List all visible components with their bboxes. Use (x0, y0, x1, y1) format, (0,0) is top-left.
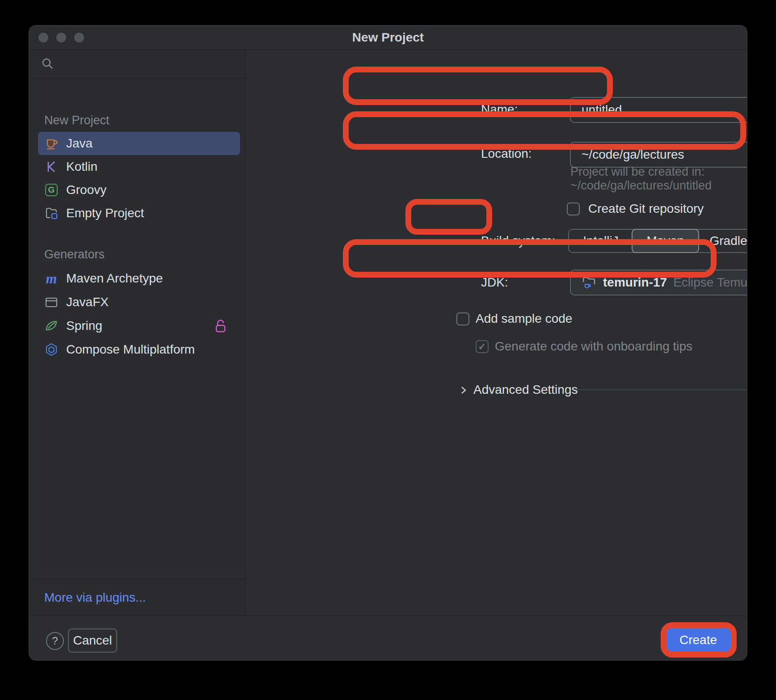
advanced-settings-divider (577, 389, 747, 390)
search-field[interactable] (29, 50, 245, 79)
sidebar-item-java[interactable]: Java (38, 132, 240, 155)
screenshot-canvas: New Project New Project (0, 0, 776, 700)
build-system-option-gradle[interactable]: Gradle (698, 230, 747, 252)
zoom-window-button[interactable] (74, 33, 84, 42)
build-system-option-maven[interactable]: Maven (632, 229, 699, 253)
advanced-settings-label[interactable]: Advanced Settings (473, 382, 578, 398)
jdk-select[interactable]: temurin-17 Eclipse Temurin 17.0.12 - aar… (570, 270, 747, 295)
groovy-icon: G (44, 183, 59, 197)
location-helper-text: Project will be created in: ~/code/ga/le… (570, 171, 747, 186)
section-header-generators: Generators (44, 246, 105, 262)
window-title: New Project (352, 30, 424, 45)
close-window-button[interactable] (38, 33, 48, 42)
more-via-plugins-link[interactable]: More via plugins... (44, 590, 146, 605)
section-header-new-project: New Project (44, 112, 110, 128)
sidebar-item-spring[interactable]: Spring (38, 314, 240, 337)
new-project-dialog: New Project New Project (29, 25, 747, 661)
spring-leaf-icon (44, 319, 59, 333)
sidebar-item-label: Groovy (66, 183, 106, 197)
sidebar-item-label: Maven Archetype (66, 271, 163, 286)
location-label: Location: (481, 146, 532, 162)
java-icon (44, 136, 59, 151)
git-checkbox-label: Create Git repository (588, 201, 704, 216)
hexagon-icon (44, 342, 59, 357)
jdk-value: temurin-17 (603, 275, 667, 290)
create-button[interactable]: Create (666, 628, 731, 653)
sidebar: New Project Java Kotlin (29, 50, 245, 616)
sidebar-item-label: Java (66, 136, 93, 151)
sidebar-item-groovy[interactable]: G Groovy (38, 178, 240, 202)
minimize-window-button[interactable] (56, 33, 66, 42)
kotlin-icon (44, 160, 59, 174)
chevron-right-icon[interactable] (459, 385, 468, 397)
build-system-segmented-control: IntelliJ Maven Gradle (568, 229, 747, 253)
bottom-bar: ? Cancel Create (29, 616, 747, 661)
onboarding-tips-label: Generate code with onboarding tips (495, 339, 692, 354)
sidebar-item-maven-archetype[interactable]: m Maven Archetype (38, 266, 240, 290)
name-label: Name: (481, 101, 518, 118)
jdk-icon (581, 274, 597, 291)
jdk-label: JDK: (481, 274, 508, 291)
cancel-button[interactable]: Cancel (68, 628, 117, 653)
sidebar-item-empty-project[interactable]: Empty Project (38, 202, 240, 225)
jdk-value-detail: Eclipse Temurin 17.0.12 - aarch64 (673, 275, 747, 290)
sidebar-item-label: JavaFX (66, 295, 109, 309)
build-system-option-intellij[interactable]: IntelliJ (569, 230, 633, 252)
main-panel: Name: Location: Project will be created … (246, 50, 747, 616)
sidebar-item-label: Kotlin (66, 160, 97, 174)
sidebar-item-label: Spring (66, 319, 102, 333)
titlebar: New Project (29, 25, 747, 50)
window-icon (44, 295, 59, 309)
sidebar-item-label: Compose Multiplatform (66, 342, 195, 357)
add-sample-code-label: Add sample code (476, 311, 572, 326)
sidebar-item-javafx[interactable]: JavaFX (38, 290, 240, 314)
sidebar-item-label: Empty Project (66, 206, 144, 220)
sidebar-item-kotlin[interactable]: Kotlin (38, 155, 240, 178)
maven-icon: m (44, 271, 59, 286)
git-checkbox[interactable] (567, 202, 580, 215)
add-sample-code-checkbox[interactable] (456, 312, 469, 325)
location-input[interactable] (570, 142, 747, 168)
traffic-lights (38, 33, 84, 42)
help-button[interactable]: ? (46, 632, 64, 650)
search-icon (41, 57, 55, 71)
onboarding-tips-checkbox[interactable]: ✓ (476, 340, 489, 353)
build-system-label: Build system: (481, 233, 556, 249)
checkmark-glyph: ✓ (478, 341, 486, 353)
lock-icon (215, 319, 227, 336)
sidebar-item-compose-multiplatform[interactable]: Compose Multiplatform (38, 337, 240, 361)
name-input[interactable] (570, 97, 747, 123)
sidebar-footer: More via plugins... (29, 579, 245, 616)
folder-icon (44, 206, 59, 220)
